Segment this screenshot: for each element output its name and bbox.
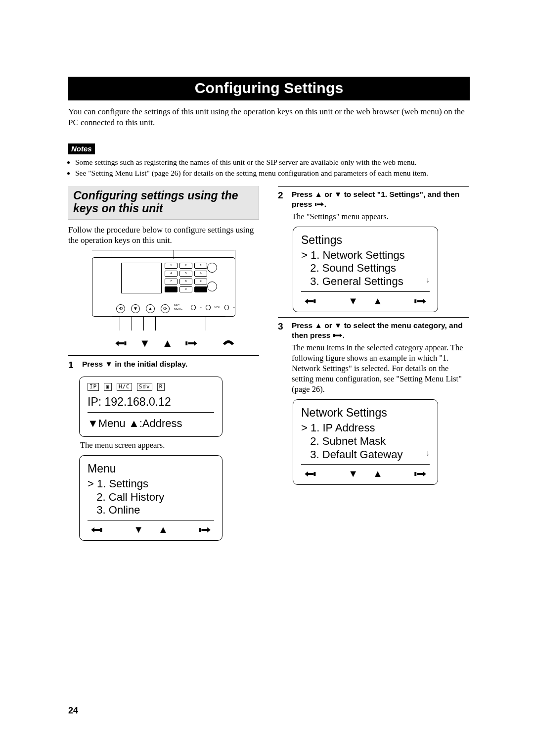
step-number: 2 [278,189,287,222]
lcd-initial-display: IP ▣ H/C Sdv R IP: 192.168.0.12 ▼Menu ▲:… [79,377,222,437]
svg-rect-0 [125,341,127,345]
lcd-menu-title: Settings [301,233,430,247]
down-icon: ▼ [348,295,358,308]
enter-icon [414,470,427,478]
lcd-menu-item: 3. Online [88,504,214,517]
down-icon: ▼ [134,523,143,536]
up-button-icon: ▲ [146,304,155,313]
svg-rect-6 [414,299,416,303]
intro-paragraph: You can configure the settings of this u… [68,106,470,128]
lcd-menu-item: 1. Settings [88,477,214,491]
notes-label: Notes [68,143,95,154]
section-banner: Configuring Settings [68,77,470,100]
lcd-menu-item: 2. Call History [88,491,214,504]
enter-button-icon: ⟳ [161,304,170,313]
enter-icon [198,525,211,534]
step-3-result: The menu items in the selected category … [292,342,469,395]
step-number: 3 [278,321,287,395]
step-3-instruction: Press ▲ or ▼ to select the menu category… [292,321,469,340]
subheading: Configuring settings using the keys on t… [73,189,254,215]
back-icon [115,336,128,350]
lcd-menu-item: 2. Subnet Mask [301,435,430,448]
page-number: 24 [68,705,78,716]
lead-paragraph: Follow the procedure below to configure … [68,225,259,246]
lcd-footer-hint: ▼Menu ▲:Address [88,417,214,430]
lcd-network-settings: Network Settings 1. IP Address 2. Subnet… [293,399,438,485]
note-item: Some settings such as registering the na… [75,157,470,167]
step-1-instruction: Press ▼ in the initial display. [82,359,259,369]
svg-rect-3 [199,528,201,532]
notes-list: Some settings such as registering the na… [68,157,470,178]
enter-icon [185,336,198,350]
svg-rect-8 [314,472,316,476]
lcd-menu-item: 2. Sound Settings [301,262,430,275]
back-icon [304,470,317,478]
lcd-menu-item: 1. IP Address [301,422,430,435]
down-button-icon: ▼ [131,304,140,313]
back-button-icon: ⟲ [116,304,125,313]
subheading-box: Configuring settings using the keys on t… [68,186,259,220]
lcd-menu-title: Menu [88,462,214,476]
up-icon: ▲ [373,468,383,480]
lcd-menu-item: 3. General Settings [301,275,403,288]
hook-icon [222,336,235,350]
svg-rect-7 [333,334,335,337]
step-2-instruction: Press ▲ or ▼ to select "1. Settings", an… [292,189,469,209]
lcd-ip-line: IP: 192.168.0.12 [88,395,214,409]
lcd-menu-title: Network Settings [301,406,430,420]
scroll-down-indicator: ↓ [426,448,430,462]
step-1-result: The menu screen appears. [80,440,259,450]
step-1: 1 Press ▼ in the initial display. [68,359,259,371]
enter-icon [414,297,427,306]
up-icon: ▲ [373,295,383,308]
step-2: 2 Press ▲ or ▼ to select "1. Settings", … [278,189,469,222]
down-icon: ▼ [348,468,358,480]
step-3: 3 Press ▲ or ▼ to select the menu catego… [278,321,469,395]
lcd-settings-menu: Settings 1. Network Settings 2. Sound Se… [293,227,438,312]
back-icon [304,297,317,306]
svg-rect-2 [100,528,102,532]
svg-rect-1 [185,341,187,345]
down-icon: ▼ [139,336,150,350]
back-icon [90,525,103,534]
up-icon: ▲ [158,523,168,536]
lcd-menu-item: 3. Default Gateway [301,448,402,462]
step-number: 1 [68,359,77,371]
enter-icon [314,200,324,208]
note-item: See "Setting Menu List" (page 26) for de… [75,168,470,178]
up-icon: ▲ [162,336,173,350]
banner-title: Configuring Settings [195,80,344,96]
scroll-down-indicator: ↓ [426,275,430,288]
lcd-menu-item: 1. Network Settings [301,249,430,262]
svg-rect-5 [314,299,316,303]
lcd-status-icons: IP ▣ H/C Sdv R [88,383,214,391]
svg-rect-9 [414,472,416,476]
enter-icon [333,331,343,339]
svg-rect-4 [315,203,316,206]
device-illustration: 123 456 789 0 ⟲ ▼ ▲ ⟳ MIC MUTE [92,250,235,350]
lcd-menu-screen: Menu 1. Settings 2. Call History 3. Onli… [79,455,222,541]
step-2-result: The "Settings" menu appears. [292,211,469,222]
